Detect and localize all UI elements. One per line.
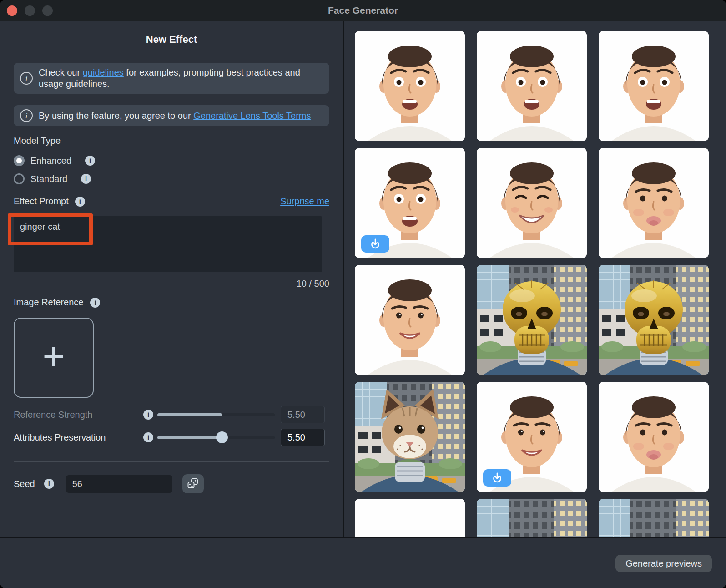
info-outline-icon: i [20,109,33,122]
preview-image [355,499,465,537]
info-icon[interactable]: i [81,174,91,184]
preview-tile-cat-face[interactable] [355,382,465,492]
preview-image [599,148,709,258]
model-type-option-enhanced[interactable]: Enhanced i [14,155,329,166]
dice-icon [187,477,199,491]
preview-tile-gold-skull[interactable] [599,265,709,375]
traffic-lights [7,5,53,16]
zoom-button[interactable] [42,5,53,16]
preview-tile-green-egg[interactable] [477,499,587,537]
effect-prompt-input[interactable]: ginger cat [14,216,322,272]
slider-row: Attributes Preservation i 5.50 [14,426,329,449]
preview-tile-face-surprised[interactable] [355,148,465,258]
surprise-me-link[interactable]: Surprise me [280,196,329,207]
preview-tile-face-pout[interactable] [599,382,709,492]
window-title: Face Generator [328,5,398,16]
notice-box: i Check our guidelines for examples, pro… [14,63,329,94]
slider-value[interactable]: 5.50 [281,429,325,446]
slider-label: Reference Strength [14,410,143,420]
preview-tile-face-surprised[interactable] [355,31,465,141]
model-type-label: Model Type [14,136,329,146]
preview-tile-cat-ears[interactable] [599,499,709,537]
face-generator-window: Face Generator New Effect i Check our gu… [0,0,726,588]
preview-tile-face-pout[interactable] [599,148,709,258]
notice-link[interactable]: Generative Lens Tools Terms [193,111,311,121]
info-outline-icon: i [20,72,33,85]
notice-link[interactable]: guidelines [83,67,124,77]
sliders: Reference Strength i 5.50 Attributes Pre… [0,403,343,449]
notices: i Check our guidelines for examples, pro… [0,63,343,126]
image-reference-upload[interactable]: + [14,318,94,398]
preview-tile-face-surprised[interactable] [599,31,709,141]
preview-tile-face-grin[interactable] [477,148,587,258]
preview-tile-face-smile[interactable] [355,265,465,375]
divider [14,461,329,462]
preview-tile-gold-skull[interactable] [477,265,587,375]
preview-tile-face-surprised[interactable] [477,31,587,141]
download-icon [369,238,381,250]
slider-thumb[interactable] [216,431,228,443]
notice-text: By using the feature, you agree to our G… [39,110,311,122]
page-title: New Effect [0,34,343,46]
preview-image [477,148,587,258]
download-button[interactable] [483,469,511,487]
preview-image [599,499,709,537]
generate-previews-button[interactable]: Generate previews [615,555,712,572]
footer-bar: Generate previews [0,537,726,588]
preview-image [477,499,587,537]
preview-tile-hair-top[interactable] [355,499,465,537]
model-type-option-standard[interactable]: Standard i [14,173,329,184]
slider-row: Reference Strength i 5.50 [14,403,329,426]
slider-track [157,413,275,416]
notice-text: Check our guidelines for examples, promp… [39,67,323,90]
notice-box: i By using the feature, you agree to our… [14,105,329,126]
preview-image [599,265,709,375]
model-type-options: Enhanced i Standard i [0,155,343,184]
seed-label: Seed [14,479,35,489]
radio-label: Enhanced [30,156,71,166]
preview-image [355,31,465,141]
randomize-seed-button[interactable] [182,474,204,493]
preview-tile-face-smile[interactable] [477,382,587,492]
seed-input[interactable] [66,475,172,493]
preview-image [355,382,465,492]
seed-info-icon[interactable]: i [44,479,54,489]
radio-icon[interactable] [14,173,25,184]
character-counter: 10 / 500 [14,279,329,289]
download-button[interactable] [361,235,389,253]
preview-image [355,265,465,375]
image-reference-label: Image Reference [14,297,83,308]
info-icon[interactable]: i [143,432,153,442]
preview-image [477,31,587,141]
minimize-button[interactable] [25,5,35,16]
preview-image [599,31,709,141]
slider-track[interactable] [157,436,275,439]
effect-prompt-info-icon[interactable]: i [75,197,85,207]
preview-image [477,265,587,375]
titlebar: Face Generator [0,0,726,21]
image-reference-info-icon[interactable]: i [90,298,100,308]
effect-settings-panel: New Effect i Check our guidelines for ex… [0,21,344,537]
preview-gallery [344,21,726,537]
radio-label: Standard [30,174,67,184]
close-button[interactable] [7,5,17,16]
radio-icon[interactable] [14,155,25,166]
plus-icon: + [42,338,65,374]
slider-value: 5.50 [281,406,325,423]
info-icon[interactable]: i [85,156,95,166]
info-icon[interactable]: i [143,410,153,420]
effect-prompt-label: Effect Prompt [14,196,69,207]
slider-label: Attributes Preservation [14,432,143,443]
preview-image [599,382,709,492]
download-icon [491,472,503,484]
